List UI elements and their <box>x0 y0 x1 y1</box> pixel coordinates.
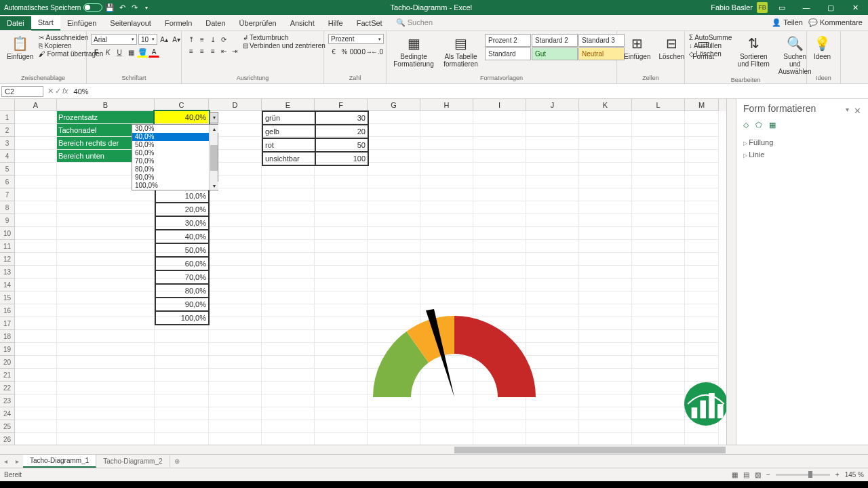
clear-button[interactable]: ◇ Löschen <box>689 50 732 58</box>
dropdown-option[interactable]: 40,0% <box>132 133 209 141</box>
redo-icon[interactable]: ↷ <box>130 3 139 12</box>
cell-c2[interactable]: 40,0% <box>155 111 209 124</box>
col-header-C[interactable]: C <box>155 99 209 111</box>
format-as-table-button[interactable]: ▤Als Tabelle formatieren <box>439 34 482 69</box>
formula-input[interactable]: 40% <box>71 87 868 96</box>
paste-button[interactable]: 📋Einfügen <box>4 34 36 62</box>
col-header-D[interactable]: D <box>209 99 262 111</box>
minimize-icon[interactable]: — <box>796 0 816 15</box>
col-header-E[interactable]: E <box>262 99 315 111</box>
user-name[interactable]: Fabio Basler <box>711 3 753 12</box>
zoom-level[interactable]: 145 % <box>845 471 864 479</box>
cell-f5[interactable]: 100 <box>315 152 368 165</box>
wrap-text-button[interactable]: ↲ Textumbruch <box>243 34 326 41</box>
undo-icon[interactable]: ↶ <box>117 3 127 12</box>
font-size-combo[interactable]: 10▾ <box>138 34 157 45</box>
menu-view[interactable]: Ansicht <box>283 16 321 30</box>
col-header-M[interactable]: M <box>685 99 719 111</box>
menu-review[interactable]: Überprüfen <box>233 16 283 30</box>
sheet-tab-1[interactable]: Tacho-Diagramm_1 <box>23 455 96 468</box>
dropdown-scrollbar[interactable]: ▴ ▾ <box>209 125 218 190</box>
menu-factset[interactable]: FactSet <box>350 16 389 30</box>
merge-center-button[interactable]: ⊟ Verbinden und zentrieren <box>243 42 326 49</box>
cell-c10[interactable]: 30,0% <box>155 216 209 230</box>
line-section[interactable]: Linie <box>743 148 861 161</box>
grow-font-icon[interactable]: A▴ <box>159 34 170 45</box>
col-header-L[interactable]: L <box>632 99 685 111</box>
row-header-18[interactable]: 18 <box>0 330 15 343</box>
cell-f2[interactable]: 30 <box>315 111 368 125</box>
align-center-icon[interactable]: ≡ <box>197 45 208 56</box>
col-header-K[interactable]: K <box>579 99 632 111</box>
ideas-button[interactable]: 💡Ideen <box>811 34 833 62</box>
effects-tab-icon[interactable]: ⬠ <box>755 121 762 129</box>
font-color-icon[interactable]: A <box>149 47 159 58</box>
align-left-icon[interactable]: ≡ <box>186 45 197 56</box>
dropdown-option[interactable]: 30,0% <box>132 125 209 133</box>
row-header-16[interactable]: 16 <box>0 304 15 317</box>
cell-c15[interactable]: 80,0% <box>155 284 209 298</box>
delete-cells-button[interactable]: ⊟Löschen <box>656 34 687 62</box>
col-header-F[interactable]: F <box>315 99 368 111</box>
indent-dec-icon[interactable]: ⇤ <box>218 45 229 56</box>
cell-c9[interactable]: 20,0% <box>155 203 209 216</box>
cell-f4[interactable]: 50 <box>315 138 368 152</box>
cell-c16[interactable]: 90,0% <box>155 298 209 311</box>
row-header-8[interactable]: 8 <box>0 201 15 214</box>
col-header-A[interactable]: A <box>15 99 57 111</box>
user-badge[interactable]: FB <box>757 2 768 13</box>
italic-icon[interactable]: K <box>102 47 113 58</box>
row-header-10[interactable]: 10 <box>0 227 15 240</box>
row-header-23[interactable]: 23 <box>0 394 15 407</box>
comments-button[interactable]: 💬 Kommentare <box>808 18 863 27</box>
zoom-slider[interactable] <box>776 474 830 476</box>
dropdown-option[interactable]: 100,0% <box>132 182 209 190</box>
insert-cells-button[interactable]: ⊞Einfügen <box>621 34 653 62</box>
view-normal-icon[interactable]: ▦ <box>732 471 738 479</box>
select-all-corner[interactable] <box>0 99 15 111</box>
col-header-G[interactable]: G <box>368 99 420 111</box>
font-name-combo[interactable]: Arial▾ <box>91 34 137 45</box>
close-icon[interactable]: ✕ <box>845 0 865 15</box>
fx-cancel-icon[interactable]: ✕ <box>47 87 54 96</box>
row-header-6[interactable]: 6 <box>0 176 15 188</box>
row-header-25[interactable]: 25 <box>0 420 15 433</box>
data-validation-dropdown-button[interactable]: ▾ <box>210 112 218 123</box>
shrink-font-icon[interactable]: A▾ <box>171 34 182 45</box>
row-header-20[interactable]: 20 <box>0 356 15 369</box>
save-icon[interactable]: 💾 <box>105 3 115 12</box>
dec-decimal-icon[interactable]: ←.0 <box>372 46 382 57</box>
align-mid-icon[interactable]: ≡ <box>197 34 208 45</box>
sidepane-close-icon[interactable]: ✕ <box>854 106 861 116</box>
maximize-icon[interactable]: ▢ <box>821 0 841 15</box>
tab-next-icon[interactable]: ▸ <box>12 458 23 465</box>
zoom-out-icon[interactable]: − <box>766 471 770 479</box>
row-header-1[interactable]: 1 <box>0 111 15 124</box>
orientation-icon[interactable]: ⟳ <box>218 34 229 45</box>
fill-button[interactable]: ↓ Ausfüllen <box>689 42 732 49</box>
size-tab-icon[interactable]: ▦ <box>769 121 776 129</box>
menu-file[interactable]: Datei <box>0 16 31 30</box>
autosum-button[interactable]: Σ AutoSumme <box>689 34 732 41</box>
row-header-14[interactable]: 14 <box>0 279 15 291</box>
percent-icon[interactable]: % <box>339 46 350 57</box>
dropdown-option[interactable]: 80,0% <box>132 165 209 174</box>
cell-e3[interactable]: gelb <box>262 125 315 138</box>
border-icon[interactable]: ▦ <box>125 47 136 58</box>
name-box[interactable]: C2 <box>1 86 43 97</box>
new-sheet-icon[interactable]: ⊕ <box>170 458 184 465</box>
bold-icon[interactable]: F <box>91 47 102 58</box>
scroll-down-icon[interactable]: ▾ <box>210 182 218 190</box>
menu-help[interactable]: Hilfe <box>321 16 350 30</box>
autosave-toggle[interactable]: Automatisches Speichern <box>4 3 102 12</box>
fill-line-tab-icon[interactable]: ◇ <box>743 121 749 129</box>
fill-section[interactable]: Füllung <box>743 136 861 148</box>
gauge-chart[interactable] <box>366 296 542 404</box>
qat-more-icon[interactable]: ▾ <box>142 3 151 12</box>
menu-start[interactable]: Start <box>31 16 60 30</box>
ribbon-options-icon[interactable]: ▭ <box>772 0 792 15</box>
cell-e4[interactable]: rot <box>262 138 315 152</box>
fx-accept-icon[interactable]: ✓ <box>55 87 61 96</box>
row-header-9[interactable]: 9 <box>0 214 15 227</box>
row-header-7[interactable]: 7 <box>0 188 15 201</box>
